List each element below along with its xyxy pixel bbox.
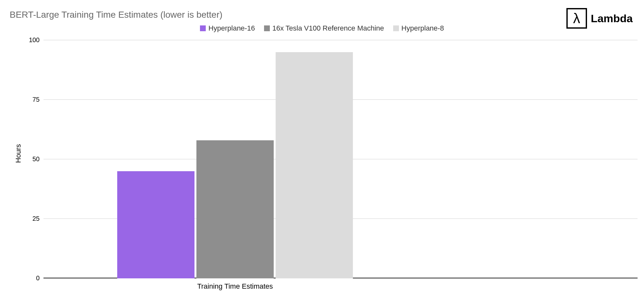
bar-v100-reference [196, 140, 274, 278]
legend-item: Hyperplane-16 [200, 24, 255, 33]
legend-item: Hyperplane-8 [393, 24, 444, 33]
legend-swatch [200, 25, 206, 31]
y-tick: 75 [24, 96, 40, 103]
y-tick: 50 [24, 155, 40, 163]
y-tick: 25 [24, 215, 40, 222]
legend-swatch [264, 25, 270, 31]
bar-hyperplane-8 [276, 52, 353, 278]
legend: Hyperplane-16 16x Tesla V100 Reference M… [0, 24, 644, 33]
plot-area: 0 25 50 75 100 Training Time Estimates [43, 40, 427, 278]
legend-item: 16x Tesla V100 Reference Machine [264, 24, 384, 33]
legend-label: 16x Tesla V100 Reference Machine [272, 24, 384, 33]
legend-swatch [393, 25, 399, 31]
bars-group [43, 40, 427, 278]
legend-label: Hyperplane-8 [402, 24, 444, 33]
x-axis-label: Training Time Estimates [43, 282, 427, 291]
y-tick: 100 [24, 36, 40, 44]
y-tick: 0 [24, 274, 40, 282]
legend-label: Hyperplane-16 [208, 24, 255, 33]
chart-title: BERT-Large Training Time Estimates (lowe… [10, 10, 223, 20]
brand-name: Lambda [591, 12, 633, 25]
bar-hyperplane-16 [117, 171, 194, 278]
y-axis-label: Hours [14, 144, 23, 163]
